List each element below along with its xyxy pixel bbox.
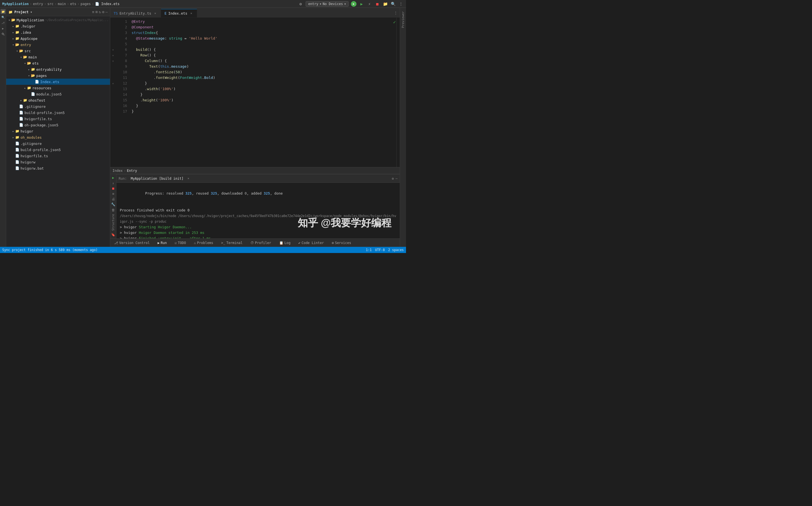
line-num-17: 17: [118, 109, 127, 114]
code-line-12: }: [129, 81, 396, 86]
sync-status[interactable]: Sync project finished in 6 s 589 ms (mom…: [2, 248, 97, 252]
tree-item-appscope[interactable]: ▸ 📁 AppScope: [6, 35, 110, 41]
tree-item-entry[interactable]: ▾ 📂 entry: [6, 41, 110, 48]
dropdown-icon[interactable]: ▾: [30, 10, 32, 14]
toolbar-log[interactable]: 📋 Log: [277, 240, 292, 245]
settings-gear-icon[interactable]: ⚙: [102, 10, 104, 14]
hot-reload-icon[interactable]: ⚡: [366, 1, 372, 7]
breadcrumb-entry[interactable]: entry: [33, 2, 43, 6]
tree-item-build-profile-root[interactable]: 📄 build-profile.json5: [6, 147, 110, 153]
close-panel-icon[interactable]: —: [106, 10, 108, 14]
toolbar-problems[interactable]: ⚠ Problems: [192, 240, 215, 245]
encoding[interactable]: UTF-8: [375, 248, 385, 252]
run-settings-icon[interactable]: ⚙: [392, 177, 394, 181]
tree-item-index-ets[interactable]: 📄 Index.ets: [6, 79, 110, 85]
debug-button[interactable]: ▶: [359, 1, 364, 7]
preview-label[interactable]: Previewer: [401, 9, 405, 30]
run-line-progress: Progress: resolved 325, reused 325, down…: [120, 185, 396, 202]
breadcrumb-main[interactable]: main: [58, 2, 66, 6]
run-minimize-icon[interactable]: —: [396, 177, 398, 181]
tree-item-hvigorfile-ts[interactable]: 📄 hvigorfile.ts: [6, 116, 110, 122]
activity-project-icon[interactable]: 📁: [1, 9, 6, 14]
breadcrumb-index[interactable]: Index: [113, 169, 123, 173]
tree-item-main[interactable]: ▾ 📂 main: [6, 54, 110, 60]
bookmarks-icon[interactable]: 🔖: [111, 233, 116, 237]
structure-label[interactable]: Structure: [111, 213, 115, 232]
tree-item-build-profile-entry[interactable]: 📄 build-profile.json5: [6, 109, 110, 116]
tree-item-hvigor-dir[interactable]: ▸ 📁 hvigor: [6, 128, 110, 134]
toolbar-run[interactable]: ▶ Run: [156, 240, 168, 245]
tree-item-gitignore-entry[interactable]: 📄 .gitignore: [6, 103, 110, 109]
expand-arrow: ▸: [11, 130, 15, 133]
toolbar-code-linter[interactable]: ✔ Code Linter: [296, 240, 326, 245]
file-tree-panel: 📁 Project ▾ ≡ ⊞ ↻ ⚙ — ▾ 📂 MyApplication …: [6, 8, 110, 247]
search-icon[interactable]: 🔍: [390, 1, 396, 7]
run-start-icon[interactable]: ▶: [111, 175, 116, 180]
run-trash-icon[interactable]: 🗑: [111, 207, 116, 212]
tree-item-module-json5[interactable]: 📄 module.json5: [6, 91, 110, 97]
breadcrumb-ets[interactable]: ets: [70, 2, 76, 6]
tree-item-hvigorw-bat[interactable]: 📄 hvigorw.bat: [6, 165, 110, 171]
tree-item-ohostest[interactable]: ▸ 📁 ohosTest: [6, 97, 110, 103]
breadcrumb-pages[interactable]: pages: [81, 2, 91, 6]
gutter-line-1: [110, 19, 116, 24]
stop-button[interactable]: ■: [375, 1, 380, 7]
toolbar-profiler[interactable]: ⏱ Profiler: [249, 240, 273, 245]
tree-item-src[interactable]: ▾ 📂 src: [6, 48, 110, 54]
run-print-icon[interactable]: 🖨: [111, 197, 116, 201]
breadcrumb-file[interactable]: 📄 Index.ets: [95, 2, 120, 6]
sync-icon[interactable]: ↻: [99, 10, 101, 14]
tab-more-button[interactable]: ⋮: [392, 8, 400, 17]
chevron-down-icon: ▾: [319, 2, 321, 6]
run-stop-icon[interactable]: ■: [111, 186, 116, 191]
tab-entryability[interactable]: TS EntryAbility.ts ×: [110, 9, 161, 17]
run-tab-close[interactable]: ×: [188, 177, 190, 180]
tree-item-pages[interactable]: ▾ 📂 pages: [6, 72, 110, 79]
tab-close-button[interactable]: ×: [153, 11, 157, 15]
run-button[interactable]: ▶: [351, 1, 356, 7]
tree-item-oh-modules[interactable]: ▸ 📁 oh_modules: [6, 134, 110, 141]
editor-scrollbar[interactable]: [396, 18, 400, 167]
collapse-all-icon[interactable]: ≡: [92, 10, 94, 14]
device-selector[interactable]: entry ▾ No Devices ▾: [306, 1, 349, 7]
toolbar-terminal[interactable]: >_ Terminal: [219, 240, 244, 245]
indent[interactable]: 2 spaces: [388, 248, 404, 252]
tab-close-button2[interactable]: ×: [189, 11, 193, 16]
activity-git-icon[interactable]: ⎇: [1, 20, 6, 25]
tree-item-idea[interactable]: ▸ 📁 .idea: [6, 29, 110, 35]
breadcrumb-entry[interactable]: Entry: [127, 169, 137, 173]
code-content[interactable]: @Entry @Component struct Index { @State …: [129, 18, 396, 167]
activity-run-icon[interactable]: ▶: [1, 26, 6, 31]
toolbar-services[interactable]: ⚙ Services: [330, 240, 353, 245]
tree-item-hvigorw[interactable]: 📄 hvigorw: [6, 159, 110, 165]
breadcrumb-src[interactable]: src: [48, 2, 54, 6]
tree-item-resources[interactable]: ▸ 📁 resources: [6, 85, 110, 91]
run-filter-icon[interactable]: ↓: [111, 181, 116, 185]
toolbar-version-control[interactable]: ⎇ Version Control: [113, 240, 151, 245]
tree-item-hvigor[interactable]: ▸ 📁 .hvigor: [6, 23, 110, 29]
tree-item-hvigorfile-root[interactable]: 📄 hvigorfile.ts: [6, 153, 110, 159]
run-tab-name[interactable]: MyApplication [build init]: [129, 177, 185, 181]
line-col[interactable]: 1:1: [366, 248, 372, 252]
tree-label: .gitignore: [24, 104, 46, 109]
tree-item-entryability[interactable]: ▸ 📁 entryability: [6, 66, 110, 72]
expand-all-icon[interactable]: ⊞: [95, 10, 98, 14]
settings-icon[interactable]: ⚙: [298, 1, 303, 7]
tree-label: entry: [20, 43, 31, 47]
tree-item-gitignore-root[interactable]: 📄 .gitignore: [6, 141, 110, 147]
activity-plugin-icon[interactable]: 🔌: [1, 31, 6, 36]
activity-search-icon[interactable]: 🔍: [1, 15, 6, 20]
code-editor[interactable]: ▿ ▿ ▿ ▿ 1 2 3: [110, 18, 400, 167]
run-scroll-icon[interactable]: ≡: [111, 191, 116, 196]
tab-index-ets[interactable]: E Index.ets ×: [161, 9, 197, 17]
tree-item-oh-package[interactable]: 📄 oh-package.json5: [6, 122, 110, 128]
more-icon[interactable]: ⋮: [398, 1, 404, 7]
run-tools-icon[interactable]: 🔧: [111, 202, 116, 207]
tree-item-ets[interactable]: ▾ 📂 ets: [6, 60, 110, 66]
breadcrumb-app[interactable]: MyApplication: [2, 2, 29, 6]
tree-item-myapplication[interactable]: ▾ 📂 MyApplication ~/DevEcoStudioProjects…: [6, 17, 110, 23]
toolbar-todo[interactable]: ☑ TODO: [173, 240, 188, 245]
folder-icon[interactable]: 📁: [382, 1, 388, 7]
code-line-6: build() {: [129, 47, 396, 53]
run-header-right: ⚙ —: [392, 177, 398, 181]
